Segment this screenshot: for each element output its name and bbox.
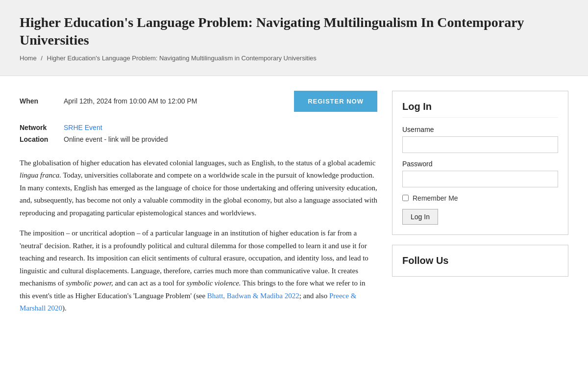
breadcrumb-home[interactable]: Home [20,54,37,62]
breadcrumb: Home / Higher Education's Language Probl… [20,54,568,62]
follow-us-title: Follow Us [402,255,558,266]
login-box: Log In Username Password Remember Me Log… [392,91,568,235]
follow-us-box: Follow Us [392,245,568,277]
location-value: Online event - link will be provided [64,135,168,143]
page-title: Higher Education's Language Problem: Nav… [20,14,568,50]
remember-row: Remember Me [402,194,558,202]
preece-link[interactable]: Preece & Marshall 2020 [20,292,356,312]
network-label: Network [20,124,64,131]
network-row: Network SRHE Event [20,124,377,131]
remember-checkbox[interactable] [402,195,409,201]
login-button[interactable]: Log In [402,209,438,225]
event-meta: Network SRHE Event Location Online event… [20,124,377,143]
breadcrumb-current: Higher Education's Language Problem: Nav… [47,54,317,62]
password-field: Password [402,160,558,187]
register-row: When April 12th, 2024 from 10:00 AM to 1… [20,91,377,112]
username-input[interactable] [402,136,558,153]
username-label: Username [402,126,558,133]
login-title: Log In [402,101,558,118]
paragraph-1: The globalisation of higher education ha… [20,157,377,220]
page-header: Higher Education's Language Problem: Nav… [0,0,588,76]
location-label: Location [20,135,64,143]
srhe-event-link[interactable]: SRHE Event [64,124,102,131]
bhatt-link[interactable]: Bhatt, Badwan & Madiba 2022 [207,292,299,300]
main-layout: When April 12th, 2024 from 10:00 AM to 1… [0,76,588,337]
register-now-button[interactable]: REGISTER NOW [294,91,377,112]
remember-label: Remember Me [413,194,458,202]
when-label: When [20,97,64,105]
sidebar: Log In Username Password Remember Me Log… [392,91,568,323]
location-row: Location Online event - link will be pro… [20,135,377,143]
paragraph-2: The imposition – or uncritical adoption … [20,227,377,315]
breadcrumb-separator: / [41,54,43,62]
password-input[interactable] [402,171,558,187]
username-field: Username [402,126,558,153]
when-value: April 12th, 2024 from 10:00 AM to 12:00 … [64,97,294,105]
network-value: SRHE Event [64,124,102,131]
content-area: When April 12th, 2024 from 10:00 AM to 1… [20,91,392,323]
body-text: The globalisation of higher education ha… [20,157,377,315]
password-label: Password [402,160,558,168]
